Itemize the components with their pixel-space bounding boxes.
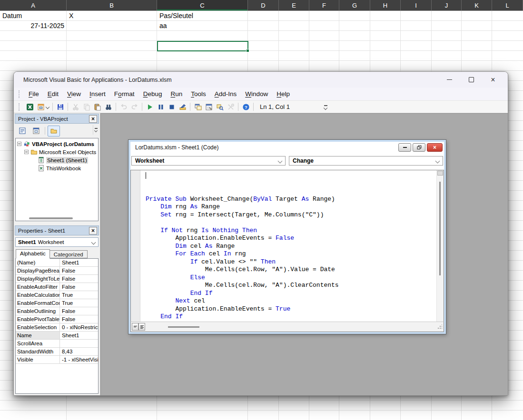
- project-tree-hscrollbar[interactable]: [29, 217, 73, 219]
- property-value[interactable]: -1 - xlSheetVisib: [60, 356, 98, 363]
- properties-window-icon[interactable]: [203, 102, 214, 112]
- full-module-view-button[interactable]: [138, 323, 145, 331]
- procedure-dropdown[interactable]: Change: [289, 156, 443, 166]
- view-code-icon[interactable]: [16, 126, 29, 137]
- property-value[interactable]: False: [60, 307, 98, 315]
- find-icon[interactable]: [103, 102, 114, 112]
- menu-insert[interactable]: Insert: [85, 89, 110, 99]
- project-panel-titlebar[interactable]: Project - VBAProject ×: [15, 114, 99, 124]
- paste-icon[interactable]: [92, 102, 103, 112]
- close-button[interactable]: ×: [482, 72, 504, 88]
- object-browser-icon[interactable]: [214, 102, 225, 112]
- property-row-scrollarea[interactable]: ScrollArea: [16, 340, 98, 348]
- menu-edit[interactable]: Edit: [43, 89, 63, 99]
- procedure-view-button[interactable]: [132, 323, 138, 331]
- column-header-K[interactable]: K: [462, 0, 492, 10]
- code-window[interactable]: LorDatums.xlsm - Sheet1 (Code) × Workshe…: [128, 140, 446, 334]
- menu-help[interactable]: Help: [272, 89, 294, 99]
- cell-C1[interactable]: Pas/Sleutel: [157, 11, 248, 21]
- help-icon[interactable]: ?: [240, 102, 251, 112]
- code-window-restore-button[interactable]: [413, 143, 425, 152]
- column-header-E[interactable]: E: [279, 0, 309, 10]
- menu-debug[interactable]: Debug: [139, 89, 167, 99]
- vba-titlebar[interactable]: Microsoft Visual Basic for Applications …: [14, 72, 508, 88]
- property-row-displaypagebreak[interactable]: DisplayPageBreakFalse: [16, 267, 98, 275]
- minimize-button[interactable]: [438, 72, 460, 88]
- excel-icon[interactable]: [24, 102, 35, 112]
- view-object-icon[interactable]: [30, 126, 42, 137]
- reset-icon[interactable]: [166, 102, 177, 112]
- tree-item-vbaproject-lordatums[interactable]: VBAProject (LorDatums: [16, 140, 98, 148]
- insert-userform-icon[interactable]: [35, 102, 50, 112]
- code-window-titlebar[interactable]: LorDatums.xlsm - Sheet1 (Code) ×: [130, 142, 444, 153]
- save-icon[interactable]: [55, 102, 66, 112]
- resize-grip-icon[interactable]: [437, 324, 442, 329]
- property-row-name[interactable]: (Name)Sheet1: [16, 259, 98, 267]
- property-value[interactable]: Sheet1: [60, 332, 98, 339]
- tree-item-sheet1-sheet1-[interactable]: Sheet1 (Sheet1): [16, 156, 98, 164]
- code-window-minimize-button[interactable]: [398, 143, 411, 152]
- menu-addins[interactable]: Add-Ins: [210, 89, 241, 99]
- property-value[interactable]: False: [60, 267, 98, 274]
- toggle-folders-icon[interactable]: [48, 126, 60, 137]
- property-row-enableoutlining[interactable]: EnableOutliningFalse: [16, 307, 98, 315]
- menu-tools[interactable]: Tools: [187, 89, 210, 99]
- column-header-L[interactable]: L: [492, 0, 523, 10]
- property-value[interactable]: 8,43: [60, 348, 98, 355]
- column-header-B[interactable]: B: [67, 0, 157, 10]
- property-value[interactable]: False: [60, 275, 98, 283]
- property-row-name[interactable]: NameSheet1: [16, 332, 98, 340]
- chevron-down-icon[interactable]: [45, 105, 49, 108]
- column-header-F[interactable]: F: [309, 0, 339, 10]
- code-text[interactable]: Private Sub Worksheet_Change(ByVal Targe…: [140, 170, 436, 322]
- break-icon[interactable]: [155, 102, 166, 112]
- design-mode-icon[interactable]: [177, 102, 188, 112]
- selected-cell-C4[interactable]: [157, 41, 248, 51]
- property-row-enablepivottable[interactable]: EnablePivotTableFalse: [16, 315, 98, 323]
- column-header-G[interactable]: G: [339, 0, 370, 10]
- cell-B1[interactable]: X: [67, 11, 157, 21]
- property-row-visible[interactable]: Visible-1 - xlSheetVisib: [16, 356, 98, 364]
- toolbar-grip[interactable]: [19, 103, 21, 111]
- properties-panel-close-icon[interactable]: ×: [89, 227, 97, 234]
- column-header-I[interactable]: I: [401, 0, 432, 10]
- tree-item-thisworkbook[interactable]: ThisWorkbook: [16, 164, 98, 172]
- vscroll-thumb[interactable]: [439, 182, 441, 275]
- property-value[interactable]: True: [60, 299, 98, 307]
- property-value[interactable]: False: [60, 315, 98, 323]
- property-row-standardwidth[interactable]: StandardWidth8,43: [16, 348, 98, 356]
- cell-C2[interactable]: aa: [157, 21, 248, 31]
- cell-A2[interactable]: 27-11-2025: [0, 21, 67, 31]
- property-row-enableautofilter[interactable]: EnableAutoFilterFalse: [16, 283, 98, 291]
- properties-panel-titlebar[interactable]: Properties - Sheet1 ×: [15, 225, 99, 235]
- dock-splitter[interactable]: [15, 221, 99, 225]
- toolbar-options-icon[interactable]: [322, 103, 329, 112]
- code-margin-indicator-bar[interactable]: [131, 170, 140, 322]
- column-header-D[interactable]: D: [248, 0, 279, 10]
- tree-expander-icon[interactable]: [24, 150, 29, 154]
- code-vertical-scrollbar[interactable]: [436, 170, 444, 322]
- run-icon[interactable]: [144, 102, 155, 112]
- menu-format[interactable]: Format: [110, 89, 139, 99]
- menu-run[interactable]: Run: [166, 89, 187, 99]
- column-header-A[interactable]: A: [0, 0, 67, 10]
- tab-alphabetic[interactable]: Alphabetic: [16, 249, 50, 259]
- project-explorer-icon[interactable]: [192, 102, 203, 112]
- property-value[interactable]: True: [60, 291, 98, 299]
- menu-view[interactable]: View: [63, 89, 85, 99]
- column-header-C[interactable]: C: [157, 0, 248, 10]
- column-header-J[interactable]: J: [432, 0, 462, 10]
- vba-window[interactable]: Microsoft Visual Basic for Applications …: [13, 71, 508, 396]
- property-row-enablecalculation[interactable]: EnableCalculationTrue: [16, 291, 98, 299]
- property-row-enableformatcon[interactable]: EnableFormatConTrue: [16, 299, 98, 307]
- split-handle[interactable]: [437, 171, 443, 176]
- cell-A1[interactable]: Datum: [0, 11, 67, 21]
- menubar-grip[interactable]: [19, 90, 21, 98]
- fill-handle[interactable]: [246, 49, 249, 52]
- menu-window[interactable]: Window: [241, 89, 272, 99]
- column-header-H[interactable]: H: [370, 0, 401, 10]
- code-horizontal-scrollbar[interactable]: [168, 326, 199, 328]
- object-selector-dropdown[interactable]: Sheet1 Worksheet: [15, 237, 99, 247]
- object-dropdown[interactable]: Worksheet: [131, 156, 286, 166]
- tree-item-microsoft-excel-objects[interactable]: Microsoft Excel Objects: [16, 148, 98, 156]
